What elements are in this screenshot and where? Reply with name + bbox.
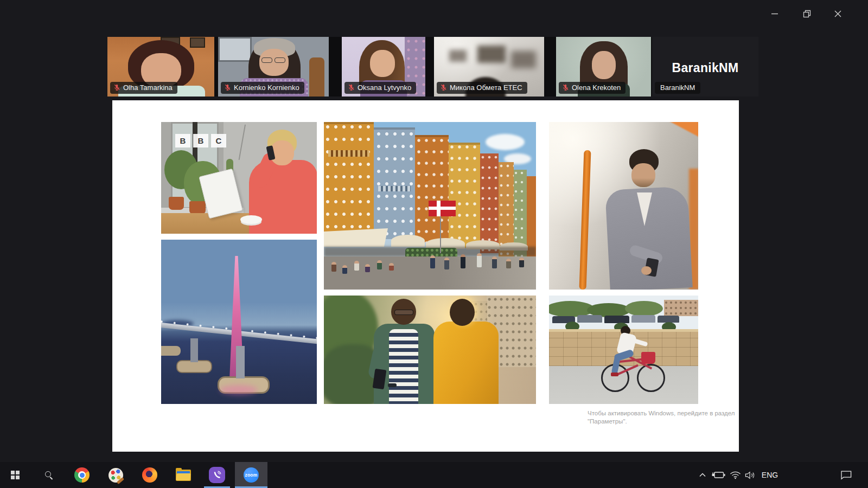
participant-name-label: BaranikNM [655, 82, 700, 94]
participant-name-label: Микола Обмета ETEC [437, 82, 527, 94]
participant-name: Olena Krekoten [572, 84, 621, 92]
walking-person [461, 254, 465, 268]
windows-taskbar: zoom ENG 11:12 05.03.2026 [0, 462, 868, 488]
participant-tile-kornienko[interactable]: Kornienko Kornienko [218, 37, 329, 97]
wristwatch [388, 383, 397, 387]
bridge-pier-column [190, 338, 198, 362]
file-explorer-icon [176, 470, 191, 481]
language-indicator[interactable]: ENG [758, 462, 781, 488]
walking-person [477, 253, 482, 267]
zoom-icon: zoom [244, 467, 259, 483]
photo-bbc-call: B B C [161, 122, 317, 234]
cloud [486, 134, 525, 150]
bbc-logo-letter: B [175, 134, 190, 147]
man-face-looking-down [631, 163, 655, 187]
participant-face [592, 51, 616, 79]
parked-car [604, 316, 629, 323]
building-yellow-2 [449, 143, 480, 248]
trees [625, 301, 663, 316]
action-center-icon[interactable] [833, 462, 857, 488]
red-basket-bag [641, 352, 655, 364]
building-yellow [324, 122, 374, 234]
walking-person [430, 255, 435, 268]
mic-muted-icon [562, 84, 569, 91]
glasses-left-lens [261, 57, 272, 63]
building-sign [378, 186, 411, 191]
orange-pole [579, 150, 591, 290]
shared-screen-content: B B C [112, 100, 739, 452]
cyclist-shoe [611, 373, 618, 376]
taskbar-zoom-button-active[interactable]: zoom [235, 462, 267, 488]
window-minimize-button[interactable] [768, 8, 781, 20]
seated-person [331, 262, 336, 272]
participant-tile-olha-tamarkina[interactable]: Olha Tamarkina [107, 37, 214, 97]
watermark-line-2: "Параметры". [588, 418, 745, 426]
taskbar-chrome-button[interactable] [71, 462, 93, 488]
volume-icon[interactable] [742, 462, 758, 488]
participant-name-label: Olena Krekoten [559, 82, 626, 94]
building-sign [328, 150, 369, 157]
zoom-icon-label: zoom [245, 472, 258, 478]
blurred-wall-object [511, 51, 536, 68]
wooden-chair-back [309, 57, 324, 97]
firefox-icon [142, 467, 157, 483]
blurred-wall-object [449, 50, 467, 62]
yellow-hoodie [433, 322, 499, 404]
blurred-wall-object [477, 46, 506, 63]
window-restore-button[interactable] [800, 8, 813, 20]
viber-icon [209, 467, 225, 483]
flower-pot [189, 201, 206, 214]
bbc-logo-letter: C [211, 134, 226, 147]
taskbar-viber-button[interactable] [204, 462, 230, 488]
participant-name: Микола Обмета ETEC [450, 84, 522, 92]
participant-name: Kornienko Kornienko [234, 84, 299, 92]
bridge-pier-base [161, 346, 181, 356]
taskbar-firefox-button[interactable] [139, 462, 161, 488]
start-button[interactable] [4, 462, 26, 488]
mic-muted-icon [224, 84, 231, 91]
participant-display-name: BaranikNM [652, 61, 758, 75]
battery-icon[interactable] [710, 462, 727, 488]
bridge-pier-column [236, 346, 245, 378]
pink-water-reflection [220, 385, 258, 395]
seated-person [354, 261, 359, 271]
participant-tile-baraniknm[interactable]: BaranikNM BaranikNM [652, 37, 758, 97]
window-background [218, 37, 252, 62]
building-blue [374, 127, 415, 239]
wifi-icon[interactable] [727, 462, 743, 488]
participant-tile-olena-krekoten[interactable]: Olena Krekoten [556, 37, 651, 97]
participant-name-label: Oksana Lytvynko [344, 82, 416, 94]
seated-person [365, 264, 370, 272]
bbc-logo: B B C [175, 134, 226, 147]
building [664, 300, 698, 316]
bbc-logo-letter: B [193, 134, 208, 147]
mic-muted-icon [113, 84, 120, 91]
search-button[interactable] [38, 462, 60, 488]
glasses [394, 310, 413, 315]
language-code: ENG [762, 471, 778, 479]
parked-car [577, 315, 602, 323]
man-hand [641, 266, 652, 275]
coffee-cup [240, 215, 262, 224]
window-close-button[interactable] [831, 8, 844, 20]
taskbar-paint-button[interactable] [105, 462, 126, 488]
seated-person [377, 260, 382, 269]
participant-tile-oksana-lytvynko[interactable]: Oksana Lytvynko [342, 37, 425, 97]
mic-muted-icon [348, 84, 355, 91]
photo-man-on-bus [549, 122, 698, 290]
walking-person [506, 259, 511, 268]
photo-woman-cycling [549, 296, 698, 404]
cafe-umbrella [391, 235, 425, 247]
seated-person [342, 265, 347, 274]
paint-icon [108, 468, 123, 483]
parked-car [631, 315, 655, 323]
participant-tile-mykola[interactable]: Микола Обмета ETEC [434, 37, 544, 97]
man2-head [450, 299, 475, 326]
watermark-line-1: Чтобы активировать Windows, перейдите в … [588, 409, 745, 418]
walking-person [492, 256, 497, 268]
photo-copenhagen-street [324, 122, 536, 290]
building-orange [415, 135, 449, 242]
taskbar-file-explorer-button[interactable] [173, 462, 194, 488]
tray-expand-chevron[interactable] [694, 462, 711, 488]
participant-video-strip: Olha Tamarkina Kornienko Kornienko [107, 37, 758, 97]
